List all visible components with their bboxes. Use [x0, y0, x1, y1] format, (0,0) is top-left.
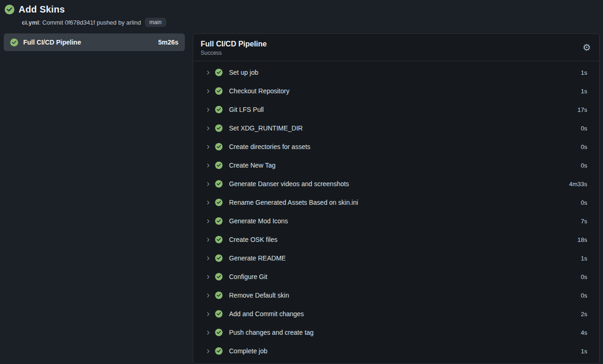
step-duration: 17s — [577, 106, 587, 113]
step-label: Rename Generated Assets Based on skin.in… — [229, 199, 577, 206]
step-row[interactable]: Complete job 1s — [193, 342, 599, 360]
success-check-icon — [215, 329, 223, 336]
success-check-icon — [215, 162, 223, 169]
workflow-file-name: ci.yml — [22, 19, 39, 26]
step-label: Configure Git — [229, 273, 577, 280]
success-check-icon — [215, 347, 223, 355]
step-label: Set up job — [229, 69, 577, 76]
chevron-right-icon[interactable] — [205, 88, 211, 94]
chevron-right-icon[interactable] — [205, 255, 211, 261]
chevron-right-icon[interactable] — [205, 218, 211, 224]
step-label: Create New Tag — [229, 162, 577, 169]
sidebar-job-item[interactable]: Full CI/CD Pipeline 5m26s — [4, 33, 185, 51]
chevron-right-icon[interactable] — [205, 330, 211, 336]
commit-message: : Commit 0f678d341f pushed by arlind — [39, 19, 141, 26]
step-duration: 0s — [581, 143, 587, 150]
success-check-icon — [215, 180, 223, 188]
step-duration: 4m33s — [569, 181, 587, 188]
job-name: Full CI/CD Pipeline — [23, 39, 153, 46]
step-label: Remove Default skin — [229, 292, 577, 299]
chevron-right-icon[interactable] — [205, 348, 211, 354]
step-label: Add and Commit changes — [229, 310, 577, 318]
step-label: Create directories for assets — [229, 143, 577, 150]
step-row[interactable]: Create OSK files 18s — [193, 230, 599, 249]
job-title: Full CI/CD Pipeline — [201, 40, 583, 48]
success-check-icon — [215, 236, 223, 243]
chevron-right-icon[interactable] — [205, 70, 211, 76]
chevron-right-icon[interactable] — [205, 200, 211, 206]
step-row[interactable]: Set XDG_RUNTIME_DIR 0s — [193, 119, 599, 137]
success-check-icon — [215, 273, 223, 280]
step-row[interactable]: Remove Default skin 0s — [193, 286, 599, 305]
step-duration: 1s — [581, 69, 587, 76]
success-check-icon — [215, 124, 223, 132]
run-content: Full CI/CD Pipeline 5m26s Full CI/CD Pip… — [0, 33, 603, 364]
step-row[interactable]: Generate Mod Icons 7s — [193, 212, 599, 230]
step-label: Create OSK files — [229, 236, 573, 243]
success-check-icon — [215, 217, 223, 225]
chevron-right-icon[interactable] — [205, 274, 211, 280]
chevron-right-icon[interactable] — [205, 107, 211, 113]
step-duration: 0s — [581, 125, 587, 132]
step-row[interactable]: Generate README 1s — [193, 249, 599, 267]
chevron-right-icon[interactable] — [205, 292, 211, 299]
step-row[interactable]: Create New Tag 0s — [193, 156, 599, 175]
step-label: Generate Danser videos and screenshots — [229, 180, 565, 188]
job-success-check-icon — [10, 39, 18, 46]
step-row[interactable]: Add and Commit changes 2s — [193, 305, 599, 323]
step-label: Push changes and create tag — [229, 329, 577, 336]
success-check-icon — [215, 106, 223, 113]
step-duration: 1s — [581, 88, 587, 95]
step-row[interactable]: Checkout Repository 1s — [193, 82, 599, 100]
steps-list: Set up job 1s Checkout Repository 1s — [193, 61, 599, 360]
step-duration: 2s — [581, 311, 587, 318]
success-check-icon — [215, 292, 223, 299]
step-row[interactable]: Create directories for assets 0s — [193, 137, 599, 156]
run-success-check-icon — [5, 5, 14, 14]
success-check-icon — [215, 69, 223, 76]
step-label: Git LFS Pull — [229, 106, 573, 113]
step-duration: 1s — [581, 348, 587, 355]
success-check-icon — [215, 87, 223, 95]
step-row[interactable]: Push changes and create tag 4s — [193, 323, 599, 342]
step-label: Set XDG_RUNTIME_DIR — [229, 124, 577, 132]
success-check-icon — [215, 199, 223, 206]
chevron-right-icon[interactable] — [205, 162, 211, 169]
jobs-sidebar: Full CI/CD Pipeline 5m26s — [4, 33, 185, 51]
step-row[interactable]: Configure Git 0s — [193, 267, 599, 286]
step-duration: 0s — [581, 292, 587, 299]
step-duration: 0s — [581, 162, 587, 169]
step-duration: 7s — [581, 218, 587, 225]
page-title: Add Skins — [19, 4, 65, 15]
branch-badge: main — [145, 18, 166, 27]
chevron-right-icon[interactable] — [205, 125, 211, 131]
success-check-icon — [215, 143, 223, 150]
gear-icon[interactable]: ⚙ — [583, 43, 591, 52]
run-header: Add Skins ci.yml: Commit 0f678d341f push… — [0, 0, 603, 27]
chevron-right-icon[interactable] — [205, 311, 211, 317]
job-log-header: Full CI/CD Pipeline Success ⚙ — [193, 34, 599, 61]
step-row[interactable]: Git LFS Pull 17s — [193, 100, 599, 119]
step-duration: 0s — [581, 199, 587, 206]
step-row[interactable]: Generate Danser videos and screenshots 4… — [193, 175, 599, 193]
chevron-right-icon[interactable] — [205, 181, 211, 187]
step-row[interactable]: Rename Generated Assets Based on skin.in… — [193, 193, 599, 212]
step-label: Checkout Repository — [229, 87, 577, 95]
commit-subtitle: ci.yml: Commit 0f678d341f pushed by arli… — [22, 19, 141, 26]
step-duration: 4s — [581, 329, 587, 336]
step-duration: 18s — [577, 236, 587, 243]
job-log-panel: Full CI/CD Pipeline Success ⚙ Set up job… — [193, 33, 600, 364]
step-label: Generate Mod Icons — [229, 217, 577, 225]
step-duration: 0s — [581, 273, 587, 280]
chevron-right-icon[interactable] — [205, 237, 211, 243]
chevron-right-icon[interactable] — [205, 144, 211, 150]
step-row[interactable]: Set up job 1s — [193, 63, 599, 82]
job-status-text: Success — [201, 50, 583, 56]
step-label: Complete job — [229, 347, 577, 355]
success-check-icon — [215, 254, 223, 262]
success-check-icon — [215, 310, 223, 318]
step-duration: 1s — [581, 255, 587, 262]
job-duration: 5m26s — [158, 39, 178, 46]
step-label: Generate README — [229, 254, 577, 262]
